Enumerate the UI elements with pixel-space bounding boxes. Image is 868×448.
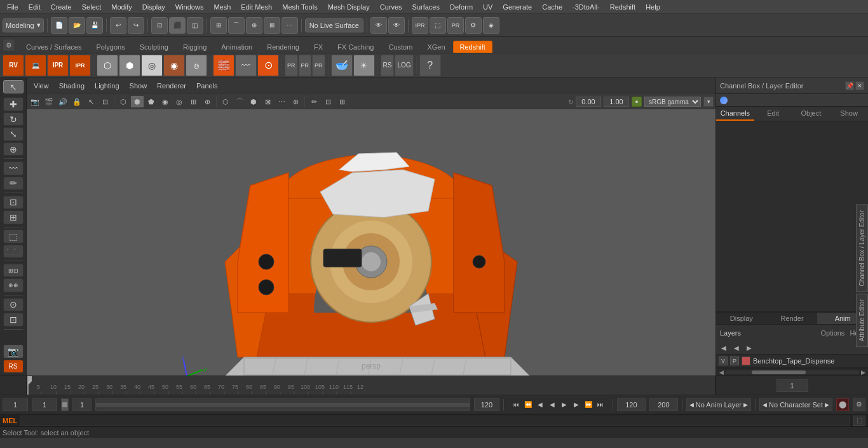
shelf-settings-btn[interactable]: ⚙	[3, 39, 15, 51]
snap-extra-btn[interactable]: ⋯	[281, 17, 298, 34]
vp-camera-btn[interactable]: 📷	[29, 96, 41, 107]
no-char-set-dropdown[interactable]: ◀ No Character Set ▶	[759, 398, 832, 411]
menu-mesh-tools[interactable]: Mesh Tools	[278, 2, 322, 12]
menu-modify[interactable]: Modify	[107, 2, 136, 12]
cb-tab-channels[interactable]: Channels	[716, 107, 754, 121]
vp-smooth-shade-btn[interactable]: ⬢	[131, 96, 144, 107]
scale-tool-btn[interactable]: ⤡	[3, 127, 24, 140]
prefs-btn[interactable]: ⚙	[853, 398, 865, 411]
show-manip-btn[interactable]: ⊡	[3, 196, 24, 209]
current-frame-input[interactable]	[776, 379, 808, 392]
cb-tab-show[interactable]: Show	[830, 107, 868, 121]
marquee-select-btn[interactable]: ⬚	[3, 229, 24, 243]
shelf-icon-5[interactable]: ⬡	[97, 55, 118, 76]
save-file-btn[interactable]: 💾	[86, 17, 103, 34]
move-tool-btn[interactable]: ✚	[3, 97, 24, 111]
vp-gamma-icon[interactable]: ●	[632, 97, 642, 107]
shelf-icon-script2[interactable]: LOG	[395, 55, 413, 76]
select-poly-btn[interactable]: ◫	[187, 17, 203, 34]
shelf-icon-help[interactable]: ?	[419, 55, 441, 76]
render-btn[interactable]: PR	[447, 17, 464, 34]
shelf-icon-pr3[interactable]: PR	[312, 55, 325, 76]
menu-curves[interactable]: Curves	[376, 2, 407, 12]
select-by-hierarchy-btn[interactable]: ⊡	[151, 17, 168, 34]
layers-tab-render[interactable]: Render	[767, 313, 818, 324]
menu-select[interactable]: Select	[78, 2, 106, 12]
shelf-icon-light[interactable]: ☀	[353, 55, 375, 76]
select-tool-btn[interactable]: ↖	[3, 80, 24, 93]
scroll-thumb[interactable]	[752, 370, 805, 374]
menu-windows[interactable]: Windows	[171, 2, 208, 12]
cmd-expand-btn[interactable]: ⬚	[853, 416, 865, 426]
vp-motion-trail-btn[interactable]: ⋯	[275, 96, 288, 107]
vp-highlight-btn[interactable]: ⊡	[98, 96, 111, 107]
shelf-tab-polygons[interactable]: Polygons	[89, 41, 132, 53]
shelf-icon-9[interactable]: ⌾	[186, 55, 207, 76]
vp-nurbs-btn[interactable]: ⌒	[233, 96, 246, 107]
shelf-icon-11[interactable]: 〰	[235, 55, 257, 76]
shelf-icon-pr2[interactable]: PR	[299, 55, 312, 76]
channel-box-close-btn[interactable]: ✕	[855, 81, 864, 90]
layer-add-selected-btn[interactable]: ◀	[731, 343, 742, 353]
vp-heads-up-btn[interactable]: ⊕	[201, 96, 214, 107]
menu-deform[interactable]: Deform	[445, 2, 477, 12]
scroll-track[interactable]	[725, 370, 859, 374]
pb-step-back-btn[interactable]: ⏪	[522, 398, 534, 412]
pb-step-fwd-btn[interactable]: ⏩	[583, 398, 594, 412]
camera-btn[interactable]: 📷	[3, 344, 24, 358]
vp-menu-view[interactable]: View	[31, 81, 52, 91]
universal-manip-btn[interactable]: ⊕	[3, 142, 24, 156]
snap-to-curve-btn[interactable]: ⌒	[228, 17, 245, 34]
pb-fwd-frame-btn[interactable]: ▶	[571, 398, 582, 412]
xform-btn[interactable]: ⊞⊡	[3, 264, 24, 277]
shelf-tab-fx-caching[interactable]: FX Caching	[330, 41, 381, 53]
attribute-editor-vert-tab[interactable]: Attribute Editor	[856, 294, 868, 347]
render-region-btn[interactable]: ⬚	[430, 17, 446, 34]
menu-3dtoall[interactable]: -3DtoAll-	[568, 2, 604, 12]
vp-ao-btn[interactable]: ◉	[159, 96, 172, 107]
multi-select-btn[interactable]: ⬛⬛	[3, 245, 24, 258]
shelf-tab-sculpting[interactable]: Sculpting	[133, 41, 175, 53]
rotate-tool-btn[interactable]: ↻	[3, 112, 24, 126]
cb-tab-object[interactable]: Object	[792, 107, 831, 121]
menu-uv[interactable]: UV	[478, 2, 497, 12]
shelf-icon-10[interactable]: 🧱	[213, 55, 234, 76]
show-hide-btn[interactable]: 👁	[370, 17, 387, 34]
shelf-icon-3[interactable]: IPR	[47, 55, 69, 76]
vp-gamma-select[interactable]: sRGB gamma	[644, 97, 701, 107]
vp-menu-show[interactable]: Show	[126, 81, 151, 91]
snap-to-grid-btn[interactable]: ⊞	[210, 17, 227, 34]
shelf-icon-2[interactable]: 💻	[25, 55, 46, 76]
timeline-ruler[interactable]: 5 10 15 20 25 30 35 40 45 50 55 60 65 70…	[27, 376, 715, 395]
pb-play-back-btn[interactable]: ◀	[546, 398, 558, 412]
mode-dropdown[interactable]: Modeling ▾	[3, 18, 44, 32]
shelf-icon-12[interactable]: ⊙	[257, 55, 279, 76]
layer-remove-btn[interactable]: ▶	[744, 343, 754, 353]
pb-rewind-btn[interactable]: ⏮	[510, 398, 522, 412]
snap-to-surface-btn[interactable]: ⊠	[264, 17, 280, 34]
layers-tab-display[interactable]: Display	[716, 313, 767, 324]
end-frame-input[interactable]	[474, 398, 499, 411]
pb-back-frame-btn[interactable]: ◀	[534, 398, 546, 412]
pb-end-btn[interactable]: ⏭	[595, 398, 606, 412]
vp-film-btn[interactable]: 🎬	[43, 96, 55, 107]
redshift-btn[interactable]: RS	[3, 360, 24, 373]
ipr-btn[interactable]: IPR	[412, 17, 428, 34]
render-settings-btn[interactable]: ⚙	[465, 17, 482, 34]
shelf-icon-pr1[interactable]: PR	[285, 55, 298, 76]
redo-btn[interactable]: ↪	[128, 17, 144, 34]
vp-hardware-tex-btn[interactable]: ⬟	[145, 96, 158, 107]
shelf-icon-script[interactable]: RS	[381, 55, 395, 76]
hypershade-btn[interactable]: ◈	[483, 17, 499, 34]
new-file-btn[interactable]: 📄	[51, 17, 67, 34]
vp-menu-panels[interactable]: Panels	[193, 81, 221, 91]
pb-play-fwd-btn[interactable]: ▶	[559, 398, 570, 412]
scroll-right-btn[interactable]: ▶	[859, 369, 867, 376]
menu-file[interactable]: File	[3, 2, 23, 12]
shelf-tab-rigging[interactable]: Rigging	[176, 41, 214, 53]
vp-subdiv-btn[interactable]: ⬢	[247, 96, 260, 107]
vp-coord-y-input[interactable]	[604, 97, 629, 107]
menu-redshift[interactable]: Redshift	[606, 2, 640, 12]
channel-box-vert-tab[interactable]: Channel Box / Layer Editor	[856, 205, 868, 292]
soft-select-btn[interactable]: 〰	[3, 161, 24, 175]
